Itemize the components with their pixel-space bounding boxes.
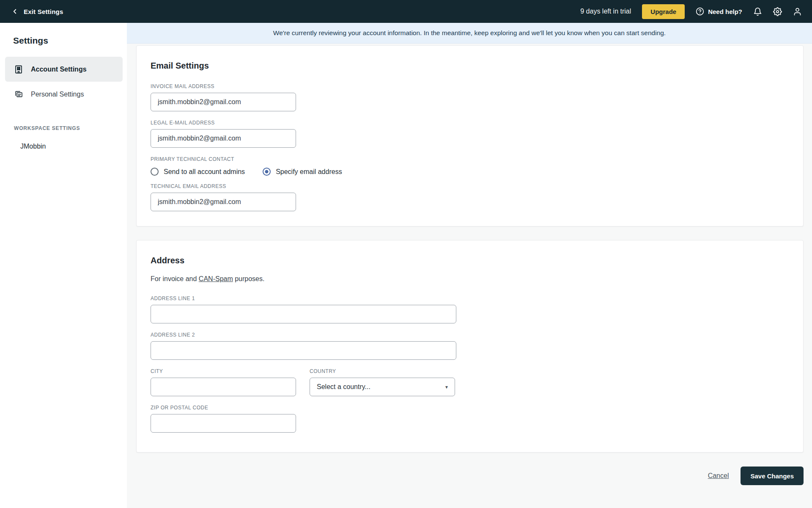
upgrade-button[interactable]: Upgrade: [642, 4, 685, 19]
form-actions: Cancel Save Changes: [136, 467, 804, 485]
bell-icon: [753, 7, 762, 16]
notifications-button[interactable]: [753, 7, 762, 16]
radio-send-to-all-admins[interactable]: Send to all account admins: [151, 168, 245, 176]
email-settings-title: Email Settings: [151, 61, 786, 71]
sidebar-item-label: Personal Settings: [31, 91, 84, 98]
address-line2-input[interactable]: [151, 341, 456, 360]
sidebar-title: Settings: [13, 36, 127, 46]
settings-button[interactable]: [773, 7, 782, 16]
main-content: We're currently reviewing your account i…: [127, 23, 812, 508]
country-label: COUNTRY: [310, 368, 455, 374]
city-label: CITY: [151, 368, 296, 374]
email-settings-card: Email Settings INVOICE MAIL ADDRESS LEGA…: [136, 45, 804, 226]
technical-email-label: TECHNICAL EMAIL ADDRESS: [151, 183, 786, 189]
building-icon: [14, 64, 24, 75]
dropdown-caret-icon: ▼: [444, 385, 449, 389]
exit-settings-label: Exit Settings: [24, 8, 63, 15]
radio-selected-icon: [263, 168, 271, 176]
settings-sidebar: Settings Account Settings Personal Setti…: [0, 23, 127, 508]
address-desc-prefix: For invoice and: [151, 275, 199, 282]
address-line1-label: ADDRESS LINE 1: [151, 295, 786, 301]
top-bar: Exit Settings 9 days left in trial Upgra…: [0, 0, 812, 23]
technical-email-input[interactable]: [151, 193, 296, 211]
sidebar-item-label: Account Settings: [31, 66, 87, 73]
need-help-label: Need help?: [708, 8, 742, 15]
exit-settings-button[interactable]: Exit Settings: [11, 8, 63, 15]
invoice-mail-input[interactable]: [151, 93, 296, 111]
radio-label: Send to all account admins: [164, 168, 245, 176]
person-icon: [793, 7, 802, 16]
legal-email-input[interactable]: [151, 129, 296, 148]
zip-input[interactable]: [151, 414, 296, 433]
address-card: Address For invoice and CAN-Spam purpose…: [136, 240, 804, 453]
chevron-left-icon: [11, 8, 19, 15]
need-help-button[interactable]: Need help?: [696, 7, 742, 16]
radio-label: Specify email address: [276, 168, 342, 176]
gear-icon: [773, 7, 782, 16]
account-review-banner: We're currently reviewing your account i…: [127, 23, 812, 44]
can-spam-link[interactable]: CAN-Spam: [199, 275, 233, 282]
primary-technical-contact-label: PRIMARY TECHNICAL CONTACT: [151, 156, 786, 162]
country-select-value: Select a country...: [317, 383, 370, 391]
radio-unselected-icon: [151, 168, 159, 176]
zip-label: ZIP OR POSTAL CODE: [151, 405, 786, 411]
workspace-settings-section-label: WORKSPACE SETTINGS: [14, 125, 127, 131]
address-line2-label: ADDRESS LINE 2: [151, 332, 786, 338]
banner-text: We're currently reviewing your account i…: [273, 29, 666, 37]
account-button[interactable]: [793, 7, 802, 16]
sidebar-item-workspace-jmobbin[interactable]: JMobbin: [20, 143, 127, 150]
city-input[interactable]: [151, 378, 296, 396]
radio-specify-email-address[interactable]: Specify email address: [263, 168, 342, 176]
save-changes-button[interactable]: Save Changes: [741, 467, 804, 485]
sidebar-item-personal-settings[interactable]: Personal Settings: [5, 82, 123, 107]
trial-countdown-text: 9 days left in trial: [580, 8, 631, 15]
address-title: Address: [151, 256, 786, 265]
address-description: For invoice and CAN-Spam purposes.: [151, 275, 786, 283]
address-desc-suffix: purposes.: [233, 275, 265, 282]
sidebar-item-account-settings[interactable]: Account Settings: [5, 57, 123, 82]
cancel-link[interactable]: Cancel: [708, 472, 729, 480]
id-cards-icon: [14, 89, 24, 99]
address-line1-input[interactable]: [151, 305, 456, 323]
legal-email-label: LEGAL E-MAIL ADDRESS: [151, 120, 786, 126]
help-circle-icon: [696, 7, 704, 16]
country-select[interactable]: Select a country... ▼: [310, 378, 455, 396]
invoice-mail-label: INVOICE MAIL ADDRESS: [151, 83, 786, 89]
